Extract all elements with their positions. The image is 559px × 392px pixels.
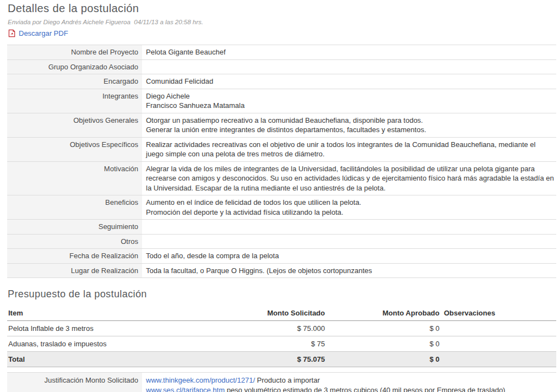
field-value: Aumento en el índice de felicidad de tod… xyxy=(142,195,556,220)
field-label: Objetivos Específicos xyxy=(7,137,142,161)
cell-monto-aprobado: $ 0 xyxy=(326,321,441,336)
download-pdf-link[interactable]: Descargar PDF xyxy=(19,29,68,37)
justification-link[interactable]: www.ses.cl/tarifapce.htm xyxy=(146,386,225,392)
download-pdf-row: Descargar PDF xyxy=(8,29,556,37)
detail-row: Fecha de RealizaciónTodo el año, desde l… xyxy=(7,249,556,264)
justification-text: peso volumétrico estimado de 3 metros cu… xyxy=(225,386,505,392)
column-header-observaciones: Observaciones xyxy=(441,306,556,321)
cell-monto-aprobado: $ 0 xyxy=(326,336,441,352)
budget-row: Pelota Inflable de 3 metros$ 75.000$ 0 xyxy=(7,321,556,336)
details-body: Nombre del ProyectoPelota Gigante Beauch… xyxy=(7,45,556,278)
field-value: Otorgar un pasatiempo recreativo a la co… xyxy=(142,113,556,137)
justification-line: www.ses.cl/tarifapce.htm peso volumétric… xyxy=(146,385,554,392)
field-label: Fecha de Realización xyxy=(7,249,142,264)
cell-monto-solicitado: $ 75.000 xyxy=(216,321,326,336)
detail-row: IntegrantesDiego AicheleFrancisco Sanhue… xyxy=(7,89,556,113)
field-label: Otros xyxy=(7,234,142,249)
total-observaciones xyxy=(441,352,556,367)
total-monto-aprobado: $ 0 xyxy=(326,352,441,367)
field-label: Objetivos Generales xyxy=(7,113,142,137)
cell-monto-solicitado: $ 75 xyxy=(216,336,326,352)
field-value: Toda la facultad, o Parque O Higgins. (L… xyxy=(142,263,556,278)
field-value: Todo el año, desde la compra de la pelot… xyxy=(142,249,556,264)
field-label: Lugar de Realización xyxy=(7,263,142,278)
budget-row: Aduanas, traslado e impuestos$ 75$ 0 xyxy=(7,336,556,352)
justification-table: Justificación Monto Solicitado www.think… xyxy=(7,372,556,392)
detail-row: Otros xyxy=(7,234,556,249)
field-label: Integrantes xyxy=(7,89,142,113)
detail-row: Lugar de RealizaciónToda la facultad, o … xyxy=(7,263,556,278)
field-value: Pelota Gigante Beauchef xyxy=(142,45,556,60)
column-header-item: Item xyxy=(7,306,216,321)
field-label: Justificación Monto Solicitado xyxy=(7,373,142,392)
column-header-monto-solicitado: Monto Solicitado xyxy=(216,306,326,321)
field-label: Grupo Organizado Asociado xyxy=(7,59,142,74)
justification-link[interactable]: www.thinkgeek.com/product/1271/ xyxy=(146,376,255,384)
total-monto-solicitado: $ 75.075 xyxy=(216,352,326,367)
budget-body: Pelota Inflable de 3 metros$ 75.000$ 0 A… xyxy=(7,321,556,352)
field-label: Encargado xyxy=(7,74,142,89)
field-label: Beneficios xyxy=(7,195,142,220)
detail-row: BeneficiosAumento en el índice de felici… xyxy=(7,195,556,220)
field-value xyxy=(142,59,556,74)
page: Detalles de la postulación Enviada por D… xyxy=(0,0,559,392)
budget-header-row: Item Monto Solicitado Monto Aprobado Obs… xyxy=(7,306,556,321)
detail-row: Grupo Organizado Asociado xyxy=(7,59,556,74)
justification-value: www.thinkgeek.com/product/1271/ Producto… xyxy=(142,373,556,392)
cell-item: Pelota Inflable de 3 metros xyxy=(7,321,216,336)
cell-observaciones xyxy=(441,321,556,336)
column-header-monto-aprobado: Monto Aprobado xyxy=(326,306,441,321)
cell-observaciones xyxy=(441,336,556,352)
detail-row: Nombre del ProyectoPelota Gigante Beauch… xyxy=(7,45,556,60)
cell-item: Aduanas, traslado e impuestos xyxy=(7,336,216,352)
details-table: Nombre del ProyectoPelota Gigante Beauch… xyxy=(7,45,556,278)
field-label: Motivación xyxy=(7,161,142,195)
submission-info: Enviada por Diego Andrés Aichele Figuero… xyxy=(8,19,556,25)
total-label: Total xyxy=(7,352,216,367)
field-label: Seguimiento xyxy=(7,220,142,235)
justification-row: Justificación Monto Solicitado www.think… xyxy=(7,373,556,392)
budget-section-title: Presupuesto de la postulación xyxy=(8,288,556,300)
detail-row: Objetivos GeneralesOtorgar un pasatiempo… xyxy=(7,113,556,137)
field-value: Realizar actividades recreativas con el … xyxy=(142,137,556,161)
justification-line: www.thinkgeek.com/product/1271/ Producto… xyxy=(146,375,554,385)
budget-table: Item Monto Solicitado Monto Aprobado Obs… xyxy=(7,306,556,367)
field-value: Alegrar la vida de los miles de integran… xyxy=(142,161,556,195)
field-value xyxy=(142,234,556,249)
field-value: Diego AicheleFrancisco Sanhueza Matamala xyxy=(142,89,556,113)
detail-row: Objetivos EspecíficosRealizar actividade… xyxy=(7,137,556,161)
field-label: Nombre del Proyecto xyxy=(7,45,142,60)
field-value xyxy=(142,220,556,235)
detail-row: Seguimiento xyxy=(7,220,556,235)
pdf-file-icon xyxy=(8,29,16,37)
detail-row: MotivaciónAlegrar la vida de los miles d… xyxy=(7,161,556,195)
detail-row: EncargadoComunidad Felicidad xyxy=(7,74,556,89)
page-title: Detalles de la postulación xyxy=(8,2,556,15)
budget-total-row: Total $ 75.075 $ 0 xyxy=(7,352,556,367)
justification-text: Producto a importar xyxy=(255,376,320,384)
field-value: Comunidad Felicidad xyxy=(142,74,556,89)
